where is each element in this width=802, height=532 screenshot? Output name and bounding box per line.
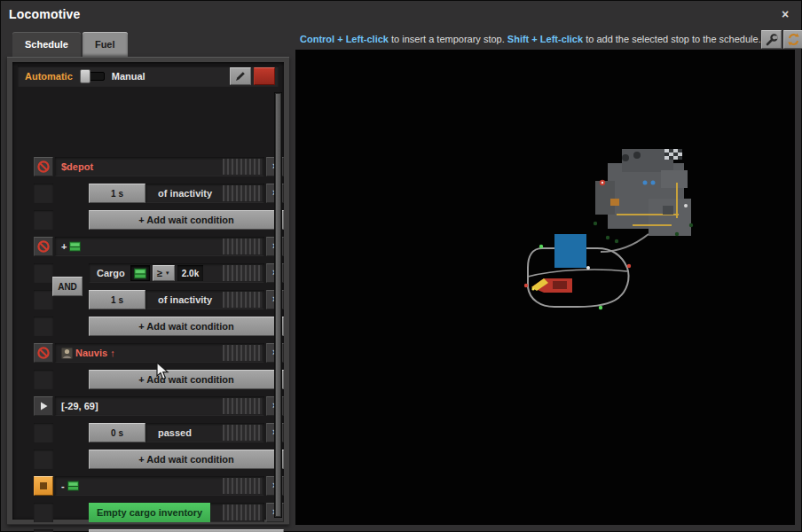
drag-handle[interactable] <box>223 292 262 308</box>
condition-text: passed <box>158 427 192 438</box>
color-button[interactable] <box>254 67 275 85</box>
and-joiner-button[interactable]: AND <box>52 277 83 296</box>
minimap[interactable] <box>295 50 795 525</box>
station-marker <box>554 234 586 268</box>
drag-handle[interactable] <box>223 425 262 441</box>
green-chest-icon <box>134 268 146 279</box>
no-entry-icon <box>35 159 51 175</box>
locomotive-window: Locomotive × Schedule Fuel Automatic Man… <box>0 0 802 532</box>
map-hint-bar: Control + Left-click to insert a tempora… <box>295 28 795 50</box>
drag-handle[interactable] <box>223 398 262 414</box>
stop-unreachable-button[interactable] <box>34 343 53 363</box>
condition-gutter-slot <box>34 503 53 522</box>
schedule-stop-row: - × <box>34 476 284 496</box>
add-condition-row: + Add wait condition <box>34 450 284 469</box>
stop-here-button[interactable] <box>34 476 53 496</box>
play-icon <box>35 398 51 414</box>
wrench-icon <box>764 32 779 47</box>
hint-key-control: Control + Left-click <box>300 34 389 44</box>
wait-condition-row: Empty cargo inventory × <box>34 503 284 522</box>
stop-label-bar[interactable]: + <box>55 237 264 256</box>
minimap-render <box>295 50 795 525</box>
tab-schedule[interactable]: Schedule <box>12 32 81 57</box>
drag-handle[interactable] <box>223 185 262 201</box>
schedule-stop-row: Nauvis ↑ × <box>34 343 284 363</box>
cargo-amount-value[interactable]: 2.0k <box>177 265 203 281</box>
condition-text: of inactivity <box>158 294 212 305</box>
drag-handle[interactable] <box>223 159 262 175</box>
condition-bar[interactable]: passed <box>145 423 264 442</box>
schedule-stop-row: $depot × <box>34 157 284 176</box>
cargo-item-button[interactable] <box>130 265 150 281</box>
add-wait-condition-button[interactable]: + Add wait condition <box>89 317 284 336</box>
condition-bar[interactable]: of inactivity <box>145 184 264 203</box>
cargo-condition-bar[interactable]: Cargo ≥ ▼ 2.0k <box>89 263 264 283</box>
wait-condition-row: 1 s of inactivity × <box>34 184 284 203</box>
green-chest-icon <box>67 481 79 491</box>
schedule-stop-row: [-29, 69] × <box>34 396 284 416</box>
schedule-panel-inner: Automatic Manual $depot <box>12 62 284 520</box>
mode-row: Automatic Manual <box>18 66 279 87</box>
stop-name: + <box>61 241 81 252</box>
titlebar[interactable]: Locomotive × <box>0 0 802 28</box>
stop-unreachable-button[interactable] <box>34 237 53 256</box>
no-entry-icon <box>35 239 51 254</box>
condition-time-button[interactable]: 1 s <box>89 184 145 203</box>
stop-name: Nauvis ↑ <box>61 348 115 359</box>
schedule-stop-row: + × <box>34 237 284 256</box>
fulfilled-condition-label: Empty cargo inventory <box>89 503 210 522</box>
condition-gutter-slot <box>34 210 53 230</box>
green-chest-icon <box>69 241 81 252</box>
stop-unreachable-button[interactable] <box>34 157 53 176</box>
pencil-icon <box>234 70 247 82</box>
stop-label-bar[interactable]: $depot <box>55 157 264 176</box>
no-entry-icon <box>35 345 51 361</box>
add-condition-row: + Add wait condition <box>34 370 284 389</box>
add-wait-condition-button[interactable]: + Add wait condition <box>89 210 284 230</box>
condition-bar[interactable]: Empty cargo inventory <box>89 503 264 522</box>
add-wait-condition-button[interactable]: + Add wait condition <box>89 370 284 389</box>
mode-automatic-label: Automatic <box>25 71 73 82</box>
tab-fuel[interactable]: Fuel <box>83 32 128 57</box>
add-condition-row: + Add wait condition <box>34 210 284 230</box>
condition-gutter-slot <box>34 450 53 469</box>
drag-handle[interactable] <box>223 505 262 520</box>
condition-gutter-slot <box>34 290 53 309</box>
drag-handle[interactable] <box>223 265 262 281</box>
wrench-button[interactable] <box>761 30 782 49</box>
recycle-button[interactable] <box>783 30 802 49</box>
drag-handle[interactable] <box>223 239 262 254</box>
stop-label-bar[interactable]: - <box>55 476 264 496</box>
condition-time-button[interactable]: 1 s <box>89 290 145 309</box>
mode-toggle[interactable] <box>80 72 105 81</box>
tab-bar: Schedule Fuel <box>12 32 128 57</box>
close-button[interactable]: × <box>775 4 795 24</box>
avatar-icon <box>61 348 73 359</box>
stop-name: $depot <box>61 161 93 172</box>
drag-handle[interactable] <box>223 478 262 494</box>
stop-label-bar[interactable]: [-29, 69] <box>55 396 264 416</box>
schedule-panel: Automatic Manual $depot <box>7 57 289 525</box>
comparator-dropdown[interactable]: ≥ ▼ <box>153 265 175 281</box>
add-condition-row: + Add wait condition <box>34 317 284 336</box>
wait-condition-row: 0 s passed × <box>34 423 284 442</box>
drag-handle[interactable] <box>223 345 262 361</box>
condition-time-button[interactable]: 0 s <box>89 423 145 442</box>
go-to-stop-button[interactable] <box>34 396 53 416</box>
page-title: Locomotive <box>9 7 81 21</box>
rename-schedule-button[interactable] <box>230 67 251 85</box>
condition-bar[interactable]: of inactivity <box>145 290 264 309</box>
stop-name: - <box>61 481 79 491</box>
stop-label-bar[interactable]: Nauvis ↑ <box>55 343 264 363</box>
condition-gutter-slot <box>34 317 53 336</box>
scrollbar-thumb[interactable] <box>275 93 281 517</box>
schedule-list: $depot × 1 s of inactivity × <box>34 154 284 532</box>
condition-text: Cargo <box>97 268 125 278</box>
condition-gutter-slot <box>34 184 53 203</box>
chevron-down-icon: ▼ <box>165 270 170 276</box>
stop-square-icon <box>40 482 47 489</box>
schedule-scrollbar[interactable] <box>274 92 282 518</box>
map-toolbar <box>761 30 802 49</box>
condition-text: of inactivity <box>158 188 212 199</box>
add-wait-condition-button[interactable]: + Add wait condition <box>89 450 284 469</box>
